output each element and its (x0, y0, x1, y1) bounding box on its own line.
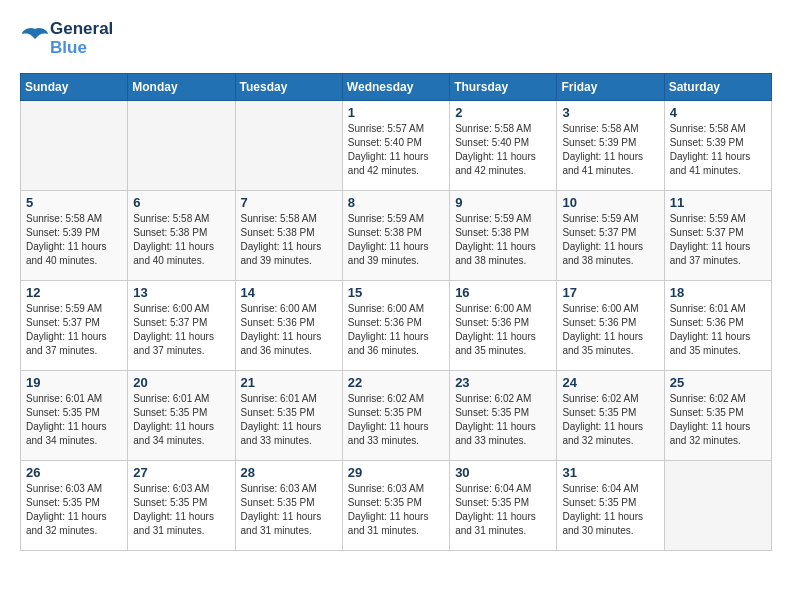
day-info: Sunrise: 6:03 AM Sunset: 5:35 PM Dayligh… (26, 482, 122, 538)
day-info: Sunrise: 5:58 AM Sunset: 5:40 PM Dayligh… (455, 122, 551, 178)
day-number: 19 (26, 375, 122, 390)
day-info: Sunrise: 5:58 AM Sunset: 5:38 PM Dayligh… (133, 212, 229, 268)
calendar-cell: 16Sunrise: 6:00 AM Sunset: 5:36 PM Dayli… (450, 281, 557, 371)
day-number: 22 (348, 375, 444, 390)
day-number: 17 (562, 285, 658, 300)
calendar-cell: 18Sunrise: 6:01 AM Sunset: 5:36 PM Dayli… (664, 281, 771, 371)
day-number: 6 (133, 195, 229, 210)
day-number: 21 (241, 375, 337, 390)
calendar-cell (664, 461, 771, 551)
day-info: Sunrise: 6:02 AM Sunset: 5:35 PM Dayligh… (562, 392, 658, 448)
calendar-cell: 13Sunrise: 6:00 AM Sunset: 5:37 PM Dayli… (128, 281, 235, 371)
day-number: 5 (26, 195, 122, 210)
calendar-cell: 12Sunrise: 5:59 AM Sunset: 5:37 PM Dayli… (21, 281, 128, 371)
day-number: 18 (670, 285, 766, 300)
logo-general-text: GeneralBlue (50, 20, 113, 57)
calendar-cell: 17Sunrise: 6:00 AM Sunset: 5:36 PM Dayli… (557, 281, 664, 371)
day-number: 25 (670, 375, 766, 390)
calendar-week-2: 5Sunrise: 5:58 AM Sunset: 5:39 PM Daylig… (21, 191, 772, 281)
calendar-cell: 31Sunrise: 6:04 AM Sunset: 5:35 PM Dayli… (557, 461, 664, 551)
day-info: Sunrise: 6:00 AM Sunset: 5:37 PM Dayligh… (133, 302, 229, 358)
day-info: Sunrise: 5:58 AM Sunset: 5:39 PM Dayligh… (562, 122, 658, 178)
day-number: 27 (133, 465, 229, 480)
day-number: 8 (348, 195, 444, 210)
calendar-cell: 15Sunrise: 6:00 AM Sunset: 5:36 PM Dayli… (342, 281, 449, 371)
calendar-cell: 19Sunrise: 6:01 AM Sunset: 5:35 PM Dayli… (21, 371, 128, 461)
day-number: 16 (455, 285, 551, 300)
calendar-week-5: 26Sunrise: 6:03 AM Sunset: 5:35 PM Dayli… (21, 461, 772, 551)
day-number: 26 (26, 465, 122, 480)
weekday-header-thursday: Thursday (450, 74, 557, 101)
day-info: Sunrise: 5:59 AM Sunset: 5:38 PM Dayligh… (455, 212, 551, 268)
calendar-week-3: 12Sunrise: 5:59 AM Sunset: 5:37 PM Dayli… (21, 281, 772, 371)
page-header: GeneralBlue (20, 20, 772, 57)
day-info: Sunrise: 5:58 AM Sunset: 5:39 PM Dayligh… (26, 212, 122, 268)
calendar-cell (21, 101, 128, 191)
day-info: Sunrise: 6:00 AM Sunset: 5:36 PM Dayligh… (348, 302, 444, 358)
calendar-cell: 29Sunrise: 6:03 AM Sunset: 5:35 PM Dayli… (342, 461, 449, 551)
day-info: Sunrise: 5:59 AM Sunset: 5:38 PM Dayligh… (348, 212, 444, 268)
calendar-cell: 10Sunrise: 5:59 AM Sunset: 5:37 PM Dayli… (557, 191, 664, 281)
logo-bird-icon (20, 24, 50, 54)
day-number: 13 (133, 285, 229, 300)
day-number: 15 (348, 285, 444, 300)
calendar-cell: 9Sunrise: 5:59 AM Sunset: 5:38 PM Daylig… (450, 191, 557, 281)
day-info: Sunrise: 5:59 AM Sunset: 5:37 PM Dayligh… (670, 212, 766, 268)
day-info: Sunrise: 6:02 AM Sunset: 5:35 PM Dayligh… (670, 392, 766, 448)
day-info: Sunrise: 6:03 AM Sunset: 5:35 PM Dayligh… (348, 482, 444, 538)
calendar-cell: 2Sunrise: 5:58 AM Sunset: 5:40 PM Daylig… (450, 101, 557, 191)
calendar-cell: 4Sunrise: 5:58 AM Sunset: 5:39 PM Daylig… (664, 101, 771, 191)
calendar-cell: 25Sunrise: 6:02 AM Sunset: 5:35 PM Dayli… (664, 371, 771, 461)
calendar-cell: 26Sunrise: 6:03 AM Sunset: 5:35 PM Dayli… (21, 461, 128, 551)
weekday-header-sunday: Sunday (21, 74, 128, 101)
calendar-table: SundayMondayTuesdayWednesdayThursdayFrid… (20, 73, 772, 551)
calendar-cell: 6Sunrise: 5:58 AM Sunset: 5:38 PM Daylig… (128, 191, 235, 281)
day-number: 12 (26, 285, 122, 300)
day-info: Sunrise: 6:03 AM Sunset: 5:35 PM Dayligh… (241, 482, 337, 538)
calendar-cell: 30Sunrise: 6:04 AM Sunset: 5:35 PM Dayli… (450, 461, 557, 551)
day-number: 11 (670, 195, 766, 210)
calendar-cell: 3Sunrise: 5:58 AM Sunset: 5:39 PM Daylig… (557, 101, 664, 191)
logo-blue-text: Blue (50, 38, 87, 57)
calendar-week-4: 19Sunrise: 6:01 AM Sunset: 5:35 PM Dayli… (21, 371, 772, 461)
day-info: Sunrise: 6:04 AM Sunset: 5:35 PM Dayligh… (562, 482, 658, 538)
day-number: 31 (562, 465, 658, 480)
calendar-cell: 7Sunrise: 5:58 AM Sunset: 5:38 PM Daylig… (235, 191, 342, 281)
day-number: 24 (562, 375, 658, 390)
day-number: 7 (241, 195, 337, 210)
calendar-cell: 24Sunrise: 6:02 AM Sunset: 5:35 PM Dayli… (557, 371, 664, 461)
day-info: Sunrise: 6:01 AM Sunset: 5:35 PM Dayligh… (241, 392, 337, 448)
day-number: 28 (241, 465, 337, 480)
weekday-header-row: SundayMondayTuesdayWednesdayThursdayFrid… (21, 74, 772, 101)
weekday-header-saturday: Saturday (664, 74, 771, 101)
day-number: 14 (241, 285, 337, 300)
weekday-header-tuesday: Tuesday (235, 74, 342, 101)
day-info: Sunrise: 5:58 AM Sunset: 5:38 PM Dayligh… (241, 212, 337, 268)
calendar-cell (235, 101, 342, 191)
day-info: Sunrise: 5:57 AM Sunset: 5:40 PM Dayligh… (348, 122, 444, 178)
weekday-header-wednesday: Wednesday (342, 74, 449, 101)
day-info: Sunrise: 6:03 AM Sunset: 5:35 PM Dayligh… (133, 482, 229, 538)
day-info: Sunrise: 6:02 AM Sunset: 5:35 PM Dayligh… (455, 392, 551, 448)
day-info: Sunrise: 5:58 AM Sunset: 5:39 PM Dayligh… (670, 122, 766, 178)
day-info: Sunrise: 6:00 AM Sunset: 5:36 PM Dayligh… (562, 302, 658, 358)
day-number: 10 (562, 195, 658, 210)
day-info: Sunrise: 6:04 AM Sunset: 5:35 PM Dayligh… (455, 482, 551, 538)
calendar-cell: 14Sunrise: 6:00 AM Sunset: 5:36 PM Dayli… (235, 281, 342, 371)
weekday-header-friday: Friday (557, 74, 664, 101)
calendar-cell: 23Sunrise: 6:02 AM Sunset: 5:35 PM Dayli… (450, 371, 557, 461)
day-number: 30 (455, 465, 551, 480)
day-info: Sunrise: 5:59 AM Sunset: 5:37 PM Dayligh… (26, 302, 122, 358)
day-number: 29 (348, 465, 444, 480)
calendar-cell: 28Sunrise: 6:03 AM Sunset: 5:35 PM Dayli… (235, 461, 342, 551)
calendar-cell: 27Sunrise: 6:03 AM Sunset: 5:35 PM Dayli… (128, 461, 235, 551)
day-info: Sunrise: 6:01 AM Sunset: 5:35 PM Dayligh… (133, 392, 229, 448)
day-number: 9 (455, 195, 551, 210)
day-info: Sunrise: 6:02 AM Sunset: 5:35 PM Dayligh… (348, 392, 444, 448)
calendar-cell: 8Sunrise: 5:59 AM Sunset: 5:38 PM Daylig… (342, 191, 449, 281)
day-info: Sunrise: 6:00 AM Sunset: 5:36 PM Dayligh… (241, 302, 337, 358)
day-number: 3 (562, 105, 658, 120)
calendar-cell: 11Sunrise: 5:59 AM Sunset: 5:37 PM Dayli… (664, 191, 771, 281)
calendar-cell (128, 101, 235, 191)
day-number: 4 (670, 105, 766, 120)
